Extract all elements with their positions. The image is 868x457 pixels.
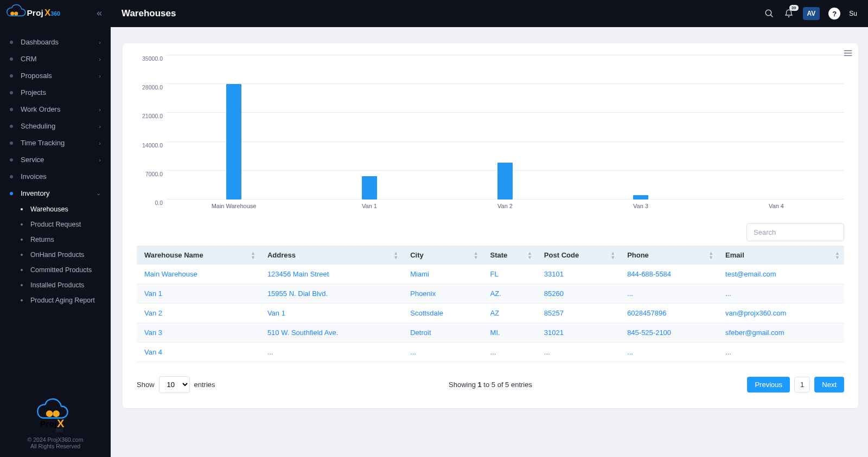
cell-address[interactable]: ... bbox=[260, 343, 403, 362]
column-label: Address bbox=[267, 251, 296, 259]
sidebar-subitem-returns[interactable]: Returns bbox=[11, 232, 111, 247]
sidebar-item-service[interactable]: Service› bbox=[0, 151, 111, 168]
cell-phone[interactable]: ... bbox=[620, 343, 718, 362]
sidebar-subitem-committed-products[interactable]: Committed Products bbox=[11, 262, 111, 278]
cell-address[interactable]: 510 W. Southfield Ave. bbox=[260, 323, 403, 343]
cell-name[interactable]: Main Warehouse bbox=[137, 265, 260, 284]
sidebar-item-proposals[interactable]: Proposals› bbox=[0, 67, 111, 84]
cell-phone[interactable]: 845-525-2100 bbox=[620, 323, 718, 343]
svg-point-5 bbox=[46, 410, 53, 417]
y-tick: 35000.0 bbox=[142, 55, 163, 62]
cell-phone[interactable]: 6028457896 bbox=[620, 304, 718, 323]
cell-name[interactable]: Van 4 bbox=[137, 343, 260, 362]
hamburger-icon bbox=[843, 49, 853, 57]
chart-bar[interactable] bbox=[226, 84, 241, 199]
dot-icon bbox=[21, 239, 23, 241]
column-header[interactable]: Post Code▲▼ bbox=[537, 246, 620, 265]
svg-point-0 bbox=[10, 11, 14, 15]
sidebar-subitem-installed-products[interactable]: Installed Products bbox=[11, 278, 111, 293]
cell-state[interactable]: AZ bbox=[483, 304, 537, 323]
next-button[interactable]: Next bbox=[814, 377, 844, 392]
cell-post[interactable]: 85257 bbox=[537, 304, 620, 323]
dot-icon bbox=[21, 223, 23, 226]
notification-badge: 39 bbox=[789, 5, 799, 11]
entries-label: entries bbox=[194, 381, 215, 389]
sidebar-subitem-product-aging-report[interactable]: Product Aging Report bbox=[11, 293, 111, 308]
chart-bar[interactable] bbox=[497, 163, 513, 199]
chart-menu-button[interactable] bbox=[843, 49, 853, 60]
cell-phone[interactable]: ... bbox=[620, 284, 718, 304]
sidebar-item-label: Warehouses bbox=[30, 205, 68, 213]
sidebar-collapse-button[interactable] bbox=[93, 8, 105, 20]
cell-name[interactable]: Van 2 bbox=[137, 304, 260, 323]
sidebar-item-label: Inventory bbox=[21, 189, 49, 197]
table-search-input[interactable] bbox=[746, 223, 844, 241]
column-header[interactable]: Address▲▼ bbox=[260, 246, 403, 265]
cell-post[interactable]: ... bbox=[537, 343, 620, 362]
cell-post[interactable]: 31021 bbox=[537, 323, 620, 343]
cell-phone[interactable]: 844-688-5584 bbox=[620, 265, 718, 284]
cell-state[interactable]: ... bbox=[483, 343, 537, 362]
cell-name[interactable]: Van 3 bbox=[137, 323, 260, 343]
cell-post[interactable]: 85260 bbox=[537, 284, 620, 304]
x-label: Van 4 bbox=[709, 199, 844, 218]
column-label: State bbox=[490, 251, 508, 259]
sidebar-item-scheduling[interactable]: Scheduling› bbox=[0, 118, 111, 134]
column-header[interactable]: Email▲▼ bbox=[718, 246, 844, 265]
cell-state[interactable]: AZ. bbox=[483, 284, 537, 304]
cell-name[interactable]: Van 1 bbox=[137, 284, 260, 304]
cell-email[interactable]: ... bbox=[718, 284, 844, 304]
chart-bar[interactable] bbox=[362, 176, 377, 199]
cell-email[interactable]: van@projx360.com bbox=[718, 304, 844, 323]
notifications-button[interactable]: 39 bbox=[783, 8, 794, 19]
x-label: Van 1 bbox=[302, 199, 437, 218]
column-header[interactable]: State▲▼ bbox=[483, 246, 537, 265]
cell-address[interactable]: 15955 N. Dial Blvd. bbox=[260, 284, 403, 304]
cell-city[interactable]: Scottsdale bbox=[403, 304, 482, 323]
chart-bar[interactable] bbox=[633, 195, 648, 199]
sidebar-item-label: Committed Products bbox=[30, 266, 92, 274]
page-title: Warehouses bbox=[122, 8, 176, 19]
sidebar-subitem-onhand-products[interactable]: OnHand Products bbox=[11, 247, 111, 262]
cell-city[interactable]: Miami bbox=[403, 265, 482, 284]
column-header[interactable]: Phone▲▼ bbox=[620, 246, 718, 265]
dot-icon bbox=[10, 125, 13, 128]
sidebar-item-time-tracking[interactable]: Time Tracking› bbox=[0, 134, 111, 151]
cell-post[interactable]: 33101 bbox=[537, 265, 620, 284]
previous-button[interactable]: Previous bbox=[747, 377, 790, 392]
sort-icon: ▲▼ bbox=[393, 251, 398, 260]
chevron-double-left-icon bbox=[95, 10, 103, 17]
cell-address[interactable]: Van 1 bbox=[260, 304, 403, 323]
cell-email[interactable]: test@email.com bbox=[718, 265, 844, 284]
sidebar-item-projects[interactable]: Projects bbox=[0, 84, 111, 101]
sidebar-item-inventory[interactable]: Inventory⌄ bbox=[0, 185, 111, 202]
page-number[interactable]: 1 bbox=[794, 377, 810, 392]
svg-point-6 bbox=[53, 410, 59, 417]
user-avatar[interactable]: AV bbox=[803, 7, 820, 20]
cell-city[interactable]: Detroit bbox=[403, 323, 482, 343]
logo[interactable]: Proj X 360 bbox=[0, 0, 111, 27]
cell-state[interactable]: FL bbox=[483, 265, 537, 284]
sidebar-item-crm[interactable]: CRM› bbox=[0, 50, 111, 67]
cell-email[interactable]: ... bbox=[718, 343, 844, 362]
search-button[interactable] bbox=[764, 8, 775, 19]
sidebar-subitem-warehouses[interactable]: Warehouses bbox=[11, 202, 111, 217]
cell-city[interactable]: ... bbox=[403, 343, 482, 362]
help-button[interactable]: ? bbox=[828, 8, 840, 20]
column-header[interactable]: City▲▼ bbox=[403, 246, 482, 265]
cell-city[interactable]: Phoenix bbox=[403, 284, 482, 304]
column-label: Warehouse Name bbox=[144, 251, 203, 259]
cell-state[interactable]: MI. bbox=[483, 323, 537, 343]
sidebar-item-work-orders[interactable]: Work Orders› bbox=[0, 101, 111, 118]
x-label: Van 2 bbox=[437, 199, 573, 218]
column-header[interactable]: Warehouse Name▲▼ bbox=[137, 246, 260, 265]
sidebar-item-dashboards[interactable]: Dashboards› bbox=[0, 34, 111, 50]
table-row: Van 115955 N. Dial Blvd.PhoenixAZ.85260.… bbox=[137, 284, 844, 304]
page-size-select[interactable]: 10 bbox=[159, 376, 190, 393]
result-count: Showing 1 to 5 of 5 entries bbox=[449, 381, 532, 389]
sidebar-item-invoices[interactable]: Invoices bbox=[0, 168, 111, 185]
support-link[interactable]: Su bbox=[849, 10, 857, 17]
cell-email[interactable]: sfeber@gmail.com bbox=[718, 323, 844, 343]
sidebar-subitem-product-request[interactable]: Product Request bbox=[11, 217, 111, 232]
cell-address[interactable]: 123456 Main Street bbox=[260, 265, 403, 284]
